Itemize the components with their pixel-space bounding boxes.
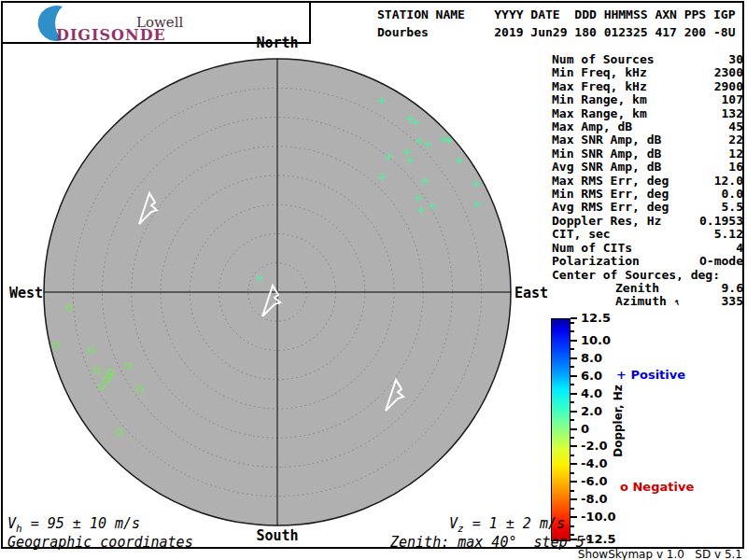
stat-label: Num of CITs: [552, 242, 632, 255]
stat-label: Num of Sources: [552, 53, 655, 66]
stat-row: Center of Sources, deg:: [552, 269, 743, 282]
stat-row: Min Range, km107: [552, 93, 743, 106]
legend-negative-label: Negative: [632, 480, 694, 494]
stat-label: Min Range, km: [552, 93, 647, 106]
colorbar-tick: [571, 384, 574, 385]
stat-value: 22: [728, 133, 743, 147]
stat-row: Doppler Res, Hz0.1953: [552, 215, 743, 228]
stat-label: Center of Sources, deg:: [552, 269, 720, 282]
colorbar-tick: [571, 330, 574, 332]
stat-value: 132: [722, 107, 743, 120]
stat-value: 30: [728, 53, 743, 66]
stat-value: 9.6: [722, 282, 743, 295]
colorbar-tick: [571, 366, 574, 368]
stat-value: 0.1953: [699, 215, 743, 228]
compass-north-label: North: [240, 35, 315, 51]
stat-label: Max RMS Err, deg: [552, 175, 669, 188]
stat-row: Avg RMS Err, deg5.5: [552, 201, 743, 214]
stat-value: 335: [722, 295, 743, 309]
vh-value: = 95 ± 10 m/s: [22, 515, 140, 532]
colorbar-tick: [571, 508, 574, 510]
stat-row: Num of Sources30: [552, 53, 743, 66]
stat-row: Avg SNR Amp, dB16: [552, 161, 743, 174]
colorbar-tick: [571, 498, 577, 500]
stat-row: Min RMS Err, deg0.0: [552, 188, 743, 201]
zenith-range-text: Zenith: max 40° step 5°: [390, 534, 593, 551]
stat-value: 2900: [714, 80, 743, 93]
stat-label: Min SNR Amp, dB: [552, 147, 661, 161]
vz-value: = 1 ± 2 m/s: [464, 515, 565, 532]
stat-label: Min Freq, kHz: [552, 66, 647, 79]
colorbar-tick: [571, 340, 577, 342]
stat-label: Azimuth ↑: [615, 295, 680, 309]
skymap-screen: Lowell DIGISONDE STATION NAME YYYY DATE …: [0, 0, 747, 560]
stat-value: 45: [728, 120, 743, 133]
stat-label: Max Freq, kHz: [552, 80, 647, 93]
colorbar-tick: [571, 463, 577, 465]
stat-value: 107: [722, 93, 743, 106]
stat-row: Azimuth ↑335: [552, 295, 743, 309]
stat-value: 12: [728, 147, 743, 161]
colorbar-tick-label: -4.0: [581, 456, 607, 470]
legend-positive-label: Positive: [630, 368, 685, 382]
stat-value: 5.12: [714, 228, 743, 241]
colorbar-tick: [571, 322, 574, 324]
colorbar-tick-label: 2.0: [581, 404, 602, 418]
stat-label: Avg RMS Err, deg: [552, 201, 669, 214]
stat-value: 4: [736, 242, 743, 255]
colorbar-tick: [571, 375, 577, 377]
colorbar-tick: [571, 357, 577, 359]
colorbar-tick: [571, 317, 577, 319]
colorbar-tick: [571, 472, 574, 474]
legend-positive: + Positive: [616, 368, 685, 382]
colorbar-tick-label: 4.0: [581, 386, 602, 400]
stat-label: Avg SNR Amp, dB: [552, 161, 661, 174]
plus-marker-icon: +: [616, 368, 627, 382]
colorbar-tick-label: -2.0: [581, 439, 607, 453]
stat-row: Num of CITs4: [552, 242, 743, 255]
vz-var: V: [449, 515, 458, 532]
compass-south-label: South: [240, 527, 315, 544]
azimuth-direction-icon: ↑: [671, 296, 683, 311]
colorbar-tick: [571, 348, 574, 350]
colorbar-tick-label: 12.5: [581, 311, 611, 325]
stat-label: Zenith: [615, 282, 659, 295]
stat-value: O-mode: [699, 255, 743, 268]
colorbar-tick-label: -8.0: [581, 492, 607, 506]
stat-row: Zenith9.6: [552, 282, 743, 295]
stat-label: Max Amp, dB: [552, 120, 632, 133]
header-row-values: Dourbes 2019 Jun29 180 012325 417 200 -8…: [377, 25, 736, 39]
colorbar-tick: [571, 455, 574, 456]
stat-row: Max Amp, dB45: [552, 120, 743, 133]
colorbar-tick-label: 6.0: [581, 369, 602, 383]
stat-label: CIT, sec: [552, 228, 611, 241]
colorbar-axis-label: Doppler, Hz: [612, 372, 625, 469]
vertical-velocity-text: Vz = 1 ± 2 m/s: [449, 515, 565, 535]
colorbar-tick-label: -6.0: [581, 474, 607, 488]
legend-negative: o Negative: [620, 480, 694, 494]
software-version-text: ShowSkymap v 1.0 SD v 5.1: [578, 548, 742, 560]
stat-label: Max Range, km: [552, 107, 647, 120]
stat-value: 5.5: [722, 201, 743, 214]
coordinate-system-text: Geographic coordinates: [7, 534, 193, 551]
colorbar-tick: [571, 401, 574, 403]
stat-row: Min SNR Amp, dB12: [552, 147, 743, 161]
colorbar-tick: [571, 393, 577, 395]
doppler-colorbar: [551, 318, 571, 541]
stat-row: Max Range, km132: [552, 107, 743, 120]
stat-label: Max SNR Amp, dB: [552, 133, 661, 147]
colorbar-tick-label: -10.0: [581, 510, 615, 524]
header-row-labels: STATION NAME YYYY DATE DDD HHMMSS AXN PP…: [377, 7, 736, 21]
stat-value: 2300: [714, 66, 743, 79]
stat-row: CIT, sec5.12: [552, 228, 743, 241]
stat-row: Max SNR Amp, dB22: [552, 133, 743, 147]
stat-row: Min Freq, kHz2300: [552, 66, 743, 79]
colorbar-tick: [571, 428, 577, 430]
stat-label: Doppler Res, Hz: [552, 215, 661, 228]
stat-row: Max Freq, kHz2900: [552, 80, 743, 93]
colorbar-tick: [571, 411, 577, 413]
colorbar-tick: [571, 516, 577, 518]
stat-value: 12.0: [714, 175, 743, 188]
colorbar-tick: [571, 481, 577, 483]
stat-label: Polarization: [552, 255, 640, 268]
